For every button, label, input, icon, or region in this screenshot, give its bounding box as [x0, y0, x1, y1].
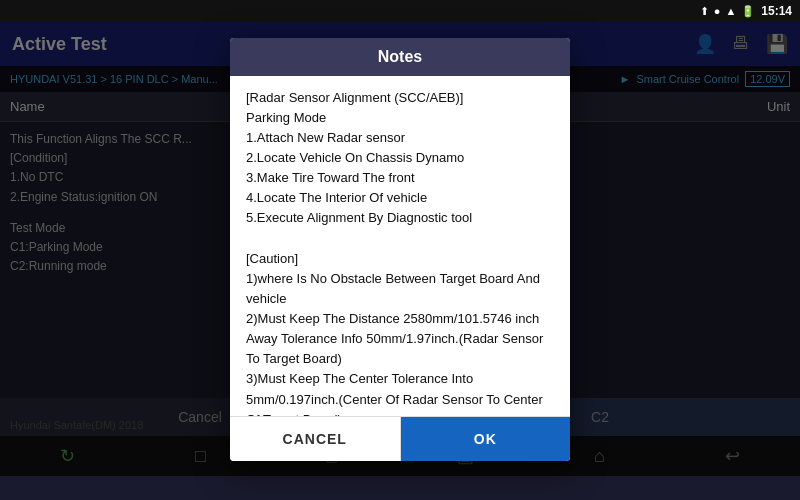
battery-icon: 🔋 — [741, 5, 755, 18]
modal-overlay: Notes [Radar Sensor Alignment (SCC/AEB)]… — [0, 22, 800, 476]
notes-modal: Notes [Radar Sensor Alignment (SCC/AEB)]… — [230, 38, 570, 461]
status-time: 15:14 — [761, 4, 792, 18]
modal-footer: CANCEL OK — [230, 416, 570, 461]
signal-icon: ● — [714, 5, 721, 17]
wifi-icon: ▲ — [725, 5, 736, 17]
bluetooth-icon: ⬆ — [700, 5, 709, 18]
modal-title: Notes — [378, 48, 422, 65]
modal-body: [Radar Sensor Alignment (SCC/AEB)] Parki… — [230, 76, 570, 416]
status-icons: ⬆ ● ▲ 🔋 — [700, 5, 756, 18]
modal-ok-button[interactable]: OK — [401, 417, 571, 461]
status-bar: ⬆ ● ▲ 🔋 15:14 — [0, 0, 800, 22]
modal-cancel-button[interactable]: CANCEL — [230, 417, 401, 461]
modal-body-text: [Radar Sensor Alignment (SCC/AEB)] Parki… — [246, 90, 543, 416]
modal-header: Notes — [230, 38, 570, 76]
app-container: Active Test 👤 🖶 💾 HYUNDAI V51.31 > 16 PI… — [0, 22, 800, 476]
